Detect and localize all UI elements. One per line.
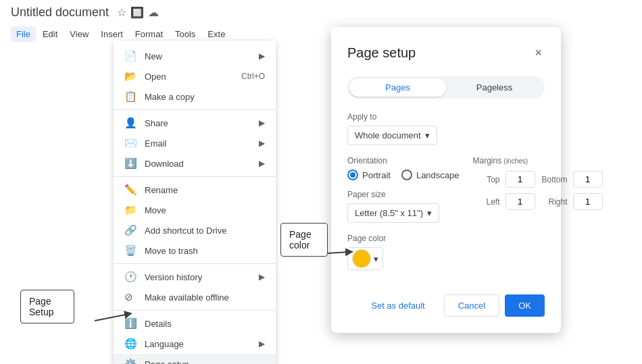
menu-item-download-label: Download	[145, 159, 252, 169]
page-setup-dialog: Page setup × Pages Pageless Apply to Who…	[331, 27, 561, 333]
margin-top-input[interactable]	[505, 171, 535, 188]
landscape-radio[interactable]	[401, 170, 412, 180]
cloud-icon[interactable]: ☁	[148, 6, 159, 19]
margin-right-input[interactable]	[573, 193, 603, 210]
menu-file[interactable]: File	[11, 26, 36, 42]
document-title[interactable]: Untitled document	[11, 5, 109, 20]
portrait-radio[interactable]	[347, 170, 358, 180]
paper-size-value: Letter (8.5" x 11")	[355, 208, 423, 218]
menu-item-make-copy[interactable]: 📋 Make a copy	[114, 86, 276, 107]
callout-page-color: Pagecolor	[280, 223, 328, 257]
margins-section: Margins (inches) Top Bottom Left Right	[473, 156, 547, 210]
set-as-default-button[interactable]: Set as default	[357, 294, 439, 317]
apply-to-section: Apply to Whole document ▾	[347, 112, 545, 145]
menu-item-email-label: Email	[145, 138, 252, 149]
page-color-section: Page color ▾	[347, 234, 460, 270]
paper-size-dropdown[interactable]: Letter (8.5" x 11") ▾	[347, 203, 439, 223]
margins-title: Margins (inches)	[473, 156, 547, 165]
tab-bar: Pages Pageless	[347, 76, 545, 99]
menu-item-new-label: New	[145, 51, 252, 61]
menu-item-rename[interactable]: ✏️ Rename	[114, 180, 276, 200]
download-arrow-icon: ▶	[259, 159, 265, 168]
menu-item-rename-label: Rename	[145, 185, 265, 195]
share-arrow-icon: ▶	[259, 118, 265, 128]
download-icon: ⬇️	[124, 157, 138, 170]
language-arrow-icon: ▶	[259, 339, 265, 348]
menu-item-open[interactable]: 📂 Open Ctrl+O	[114, 66, 276, 86]
email-arrow-icon: ▶	[259, 138, 265, 148]
apply-to-arrow-icon: ▾	[425, 130, 430, 140]
apply-to-value: Whole document	[355, 130, 421, 140]
portrait-label: Portrait	[362, 170, 391, 180]
menu-item-page-setup[interactable]: ⚙️ Page setup	[114, 354, 276, 364]
menu-item-share-label: Share	[145, 118, 252, 128]
menu-item-add-shortcut[interactable]: 🔗 Add shortcut to Drive	[114, 220, 276, 240]
menu-edit[interactable]: Edit	[37, 26, 63, 42]
open-shortcut: Ctrl+O	[241, 72, 265, 81]
open-icon: 📂	[124, 70, 138, 82]
offline-icon: ⊘	[124, 291, 138, 303]
menu-section-1: 📄 New ▶ 📂 Open Ctrl+O 📋 Make a copy	[114, 43, 276, 110]
menu-item-language-label: Language	[145, 339, 252, 349]
margin-top-row: Top	[473, 171, 535, 188]
menu-extensions[interactable]: Exte	[202, 26, 230, 42]
menu-tools[interactable]: Tools	[170, 26, 201, 42]
orientation-margins-row: Orientation Portrait Landscape Paper siz…	[347, 156, 545, 284]
margin-bottom-input[interactable]	[573, 171, 603, 188]
menu-item-move[interactable]: 📁 Move	[114, 200, 276, 220]
file-dropdown-menu: 📄 New ▶ 📂 Open Ctrl+O 📋 Make a copy 👤 Sh…	[114, 41, 276, 364]
paper-size-section: Paper size Letter (8.5" x 11") ▾	[347, 190, 460, 223]
menu-section-2: 👤 Share ▶ ✉️ Email ▶ ⬇️ Download ▶	[114, 110, 276, 177]
page-color-dropdown[interactable]: ▾	[347, 247, 383, 270]
margins-unit: (inches)	[504, 157, 528, 165]
menu-item-details[interactable]: ℹ️ Details	[114, 313, 276, 334]
margin-bottom-label: Bottom	[541, 175, 568, 184]
menu-item-language[interactable]: 🌐 Language ▶	[114, 334, 276, 354]
menu-item-email[interactable]: ✉️ Email ▶	[114, 133, 276, 153]
menu-item-trash[interactable]: 🗑️ Move to trash	[114, 240, 276, 261]
margins-label: Margins	[473, 156, 502, 165]
margin-left-input[interactable]	[505, 193, 535, 210]
details-icon: ℹ️	[124, 317, 138, 330]
menu-view[interactable]: View	[64, 26, 94, 42]
apply-to-dropdown[interactable]: Whole document ▾	[347, 126, 437, 145]
orientation-section: Orientation Portrait Landscape Paper siz…	[347, 156, 460, 284]
trash-icon: 🗑️	[124, 244, 138, 257]
menu-item-version-history[interactable]: 🕐 Version history ▶	[114, 267, 276, 287]
move-icon: 📁	[124, 204, 138, 216]
rename-icon: ✏️	[124, 184, 138, 196]
menu-item-offline[interactable]: ⊘ Make available offline	[114, 287, 276, 307]
tab-pageless[interactable]: Pageless	[446, 78, 543, 97]
menu-item-share[interactable]: 👤 Share ▶	[114, 113, 276, 133]
tab-pages[interactable]: Pages	[349, 78, 446, 97]
menu-item-new[interactable]: 📄 New ▶	[114, 46, 276, 66]
ok-button[interactable]: OK	[505, 294, 545, 317]
margin-right-row: Right	[541, 193, 603, 210]
menu-insert[interactable]: Insert	[95, 26, 128, 42]
margin-left-label: Left	[473, 197, 500, 207]
new-arrow-icon: ▶	[259, 51, 265, 61]
cancel-button[interactable]: Cancel	[444, 294, 499, 317]
star-icon[interactable]: ☆	[117, 6, 126, 19]
color-dropdown-arrow-icon: ▾	[374, 254, 378, 264]
menu-item-trash-label: Move to trash	[145, 246, 265, 256]
menu-section-3: ✏️ Rename 📁 Move 🔗 Add shortcut to Drive…	[114, 177, 276, 264]
menu-item-history-label: Version history	[145, 272, 252, 282]
drive-icon[interactable]: 🔲	[130, 6, 144, 19]
share-icon: 👤	[124, 117, 138, 129]
menu-section-5: ℹ️ Details 🌐 Language ▶ ⚙️ Page setup 🖨️…	[114, 311, 276, 364]
language-icon: 🌐	[124, 338, 138, 350]
apply-to-label: Apply to	[347, 112, 545, 122]
menu-item-download[interactable]: ⬇️ Download ▶	[114, 153, 276, 174]
color-swatch[interactable]	[352, 249, 371, 268]
shortcut-icon: 🔗	[124, 224, 138, 236]
margin-right-label: Right	[541, 197, 568, 207]
menu-format[interactable]: Format	[130, 26, 168, 42]
paper-size-label: Paper size	[347, 190, 460, 199]
dialog-close-button[interactable]: ×	[532, 43, 545, 63]
portrait-option[interactable]: Portrait	[347, 170, 391, 180]
email-icon: ✉️	[124, 137, 138, 149]
menu-item-copy-label: Make a copy	[145, 92, 265, 102]
landscape-option[interactable]: Landscape	[401, 170, 460, 180]
landscape-label: Landscape	[416, 170, 460, 180]
